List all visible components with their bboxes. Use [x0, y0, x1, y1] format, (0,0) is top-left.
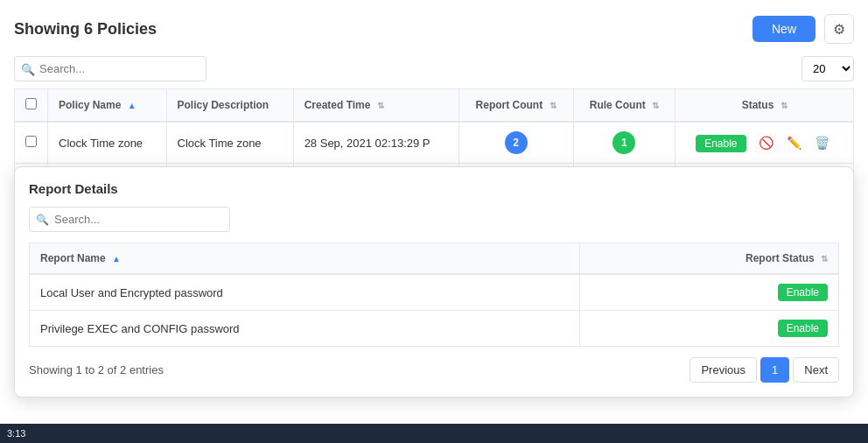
per-page-select[interactable]: 20 50 100 [802, 56, 854, 81]
col-policy-name[interactable]: Policy Name ▲ [48, 89, 167, 123]
col-rule-count[interactable]: Rule Count ⇅ [573, 89, 676, 123]
col-report-status-label: Report Status [746, 252, 815, 264]
cell-report-name-1: Local User and Encrypted password [30, 274, 580, 311]
report-table-header: Report Name ▲ Report Status ⇅ [30, 243, 839, 275]
report-row-2: Privilege EXEC and CONFIG password Enabl… [30, 311, 839, 347]
status-badge: Enable [696, 135, 746, 152]
cell-created-time: 28 Sep, 2021 02:13:29 P [293, 122, 458, 164]
sort-rule-count-icon: ⇅ [652, 101, 659, 110]
search-icon: 🔍 [21, 62, 35, 75]
report-count-badge[interactable]: 2 [505, 131, 528, 154]
col-report-status[interactable]: Report Status ⇅ [579, 243, 838, 275]
new-button[interactable]: New [752, 16, 816, 42]
col-report-name[interactable]: Report Name ▲ [30, 243, 580, 275]
cell-report-count[interactable]: 2 [458, 122, 573, 164]
cell-rule-count[interactable]: 1 [573, 122, 676, 164]
row-checkbox-cell[interactable] [15, 122, 48, 164]
sort-report-count-icon: ⇅ [550, 101, 556, 110]
report-row-1: Local User and Encrypted password Enable [30, 274, 839, 311]
cell-policy-name: Clock Time zone [48, 122, 167, 164]
previous-button[interactable]: Previous [690, 357, 757, 383]
sort-status-icon: ⇅ [780, 101, 788, 110]
edit-button[interactable]: ✏️ [782, 131, 805, 154]
select-all-header[interactable] [15, 89, 48, 123]
disable-button[interactable]: 🚫 [754, 131, 777, 154]
sort-report-status-icon: ⇅ [821, 254, 828, 264]
popup-footer: Showing 1 to 2 of 2 entries Previous 1 N… [29, 357, 839, 383]
header-row: Showing 6 Policies New ⚙ [14, 14, 854, 44]
ban-icon: 🚫 [759, 136, 774, 150]
select-all-checkbox[interactable] [25, 98, 37, 109]
popup-search-icon: 🔍 [36, 214, 49, 226]
sort-report-name-icon: ▲ [112, 254, 121, 264]
page-wrapper: Showing 6 Policies New ⚙ 🔍 20 50 100 [0, 0, 868, 443]
trash-icon: 🗑️ [815, 136, 830, 150]
page-title: Showing 6 Policies [14, 20, 157, 39]
page-1-button[interactable]: 1 [760, 357, 789, 383]
col-status[interactable]: Status ⇅ [676, 89, 854, 123]
bottom-time: 3:13 [7, 428, 25, 439]
bottom-bar: 3:13 [0, 424, 868, 443]
cell-status: Enable 🚫 ✏️ 🗑️ [676, 122, 854, 164]
report-status-badge-2: Enable [778, 320, 828, 337]
next-button[interactable]: Next [793, 357, 839, 383]
popup-search-input[interactable] [29, 207, 230, 232]
report-status-badge-1: Enable [778, 284, 828, 301]
search-input-wrap: 🔍 [14, 56, 206, 81]
search-row: 🔍 20 50 100 [14, 56, 854, 81]
report-table: Report Name ▲ Report Status ⇅ Local User… [29, 243, 839, 347]
rule-count-badge: 1 [612, 131, 635, 154]
col-status-label: Status [742, 99, 774, 111]
edit-icon: ✏️ [787, 136, 802, 150]
col-created-time[interactable]: Created Time ⇅ [293, 89, 458, 123]
col-rule-count-label: Rule Count [590, 99, 646, 111]
gear-icon: ⚙ [833, 21, 845, 38]
settings-button[interactable]: ⚙ [824, 14, 854, 44]
col-report-name-label: Report Name [40, 252, 106, 264]
header-actions: New ⚙ [752, 14, 854, 44]
cell-report-status-2: Enable [579, 311, 838, 347]
col-policy-name-label: Policy Name [59, 99, 121, 111]
cell-policy-description: Clock Time zone [166, 122, 293, 164]
popup-title: Report Details [29, 181, 839, 196]
delete-button[interactable]: 🗑️ [810, 131, 833, 154]
search-input[interactable] [14, 56, 206, 81]
showing-text: Showing 1 to 2 of 2 entries [29, 363, 164, 376]
pagination: Previous 1 Next [690, 357, 839, 383]
report-table-body: Local User and Encrypted password Enable… [30, 274, 839, 347]
table-row: Clock Time zone Clock Time zone 28 Sep, … [15, 122, 854, 164]
col-created-time-label: Created Time [304, 99, 371, 111]
main-table-header: Policy Name ▲ Policy Description Created… [15, 89, 854, 123]
row-checkbox[interactable] [25, 136, 37, 147]
popup-search-wrap: 🔍 [29, 207, 230, 232]
cell-report-status-1: Enable [579, 274, 838, 311]
col-policy-description[interactable]: Policy Description [166, 89, 293, 123]
col-report-count-label: Report Count [476, 99, 543, 111]
cell-report-name-2: Privilege EXEC and CONFIG password [30, 311, 580, 347]
report-details-popup: Report Details 🔍 Report Name ▲ Report St… [14, 166, 854, 397]
sort-created-time-icon: ⇅ [377, 101, 384, 110]
col-report-count[interactable]: Report Count ⇅ [458, 89, 573, 123]
col-policy-description-label: Policy Description [178, 99, 270, 111]
sort-policy-name-icon: ▲ [128, 101, 136, 110]
